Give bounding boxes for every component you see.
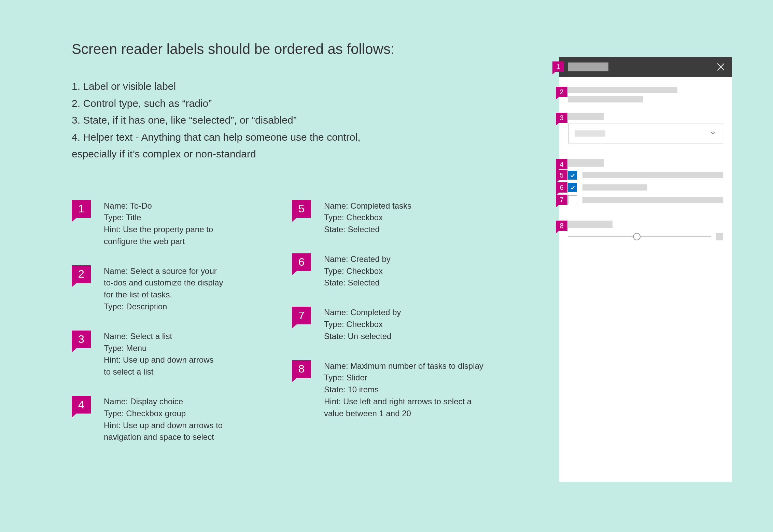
annotation-line: Type: Slider [324,372,483,384]
annotation-item-8: 8 Name: Maximum number of tasks to displ… [292,360,498,420]
marker-6: 6 [556,182,567,193]
annotation-line: State: Selected [324,277,391,289]
annotation-line: Type: Title [104,212,213,224]
callout-badge: 4 [72,396,91,414]
mock-dropdown-value [575,130,605,137]
mock-slider-track [568,236,711,237]
mock-checkbox-label [582,172,723,178]
callout-badge: 3 [72,331,91,348]
mock-property-pane: 1 2 3 [559,57,732,482]
annotation-line: Name: Maximum number of tasks to display [324,360,483,372]
mock-panel-header: 1 [559,57,732,77]
close-icon[interactable] [716,62,726,72]
guideline-item: especially if it’s complex or non-standa… [72,145,413,163]
annotation-line: Name: Select a source for your [104,265,223,277]
marker-5: 5 [556,170,567,180]
mock-checkbox[interactable] [568,183,577,192]
mock-dropdown[interactable] [568,124,723,143]
annotation-line: Hint: Use the property pane to [104,224,213,236]
annotation-line: State: 10 items [324,384,483,396]
marker-8: 8 [556,221,567,231]
mock-slider-value-box [716,233,723,240]
chevron-down-icon [709,129,717,138]
guideline-item: 4. Helper text - Anything that can help … [72,129,413,146]
guideline-item: 3. State, if it has one, like “selected”… [72,112,413,129]
mock-checkbox-label [582,184,647,191]
annotation-item-3: 3 Name: Select a list Type: Menu Hint: U… [72,331,278,378]
marker-7: 7 [556,195,567,205]
mock-field-label [568,113,604,120]
mock-checkbox[interactable] [568,195,577,204]
marker-2: 2 [556,87,567,97]
mock-field-label [568,221,613,228]
annotation-line: Type: Checkbox [324,212,411,224]
annotation-item-7: 7 Name: Completed by Type: Checkbox Stat… [292,307,498,342]
annotation-line: Hint: Use up and down arrows [104,354,214,366]
mock-description-line [568,96,643,102]
annotation-line: Type: Description [104,301,223,313]
annotation-item-6: 6 Name: Created by Type: Checkbox State:… [292,253,498,289]
annotation-line: Type: Checkbox group [104,408,223,420]
annotation-line: Name: Completed by [324,307,401,319]
annotation-line: Name: Completed tasks [324,200,411,212]
mock-description-line [568,87,677,93]
annotation-line: for the list of tasks. [104,289,223,301]
annotation-line: Name: Display choice [104,396,223,408]
annotation-line: navigation and space to select [104,431,223,443]
annotation-line: Name: Created by [324,253,391,265]
annotation-line: Type: Menu [104,342,214,354]
annotation-line: Name: Select a list [104,331,214,342]
callout-badge: 1 [72,200,91,218]
guideline-item: 2. Control type, such as “radio” [72,95,413,112]
annotation-line: Type: Checkbox [324,265,391,277]
callout-badge: 2 [72,265,91,283]
annotation-line: value between 1 and 20 [324,408,483,420]
annotation-line: Hint: Use up and down arrows to [104,420,223,432]
annotation-line: State: Un-selected [324,331,401,342]
annotation-item-1: 1 Name: To-Do Type: Title Hint: Use the … [72,200,278,248]
annotation-item-5: 5 Name: Completed tasks Type: Checkbox S… [292,200,498,236]
mock-checkbox[interactable] [568,171,577,180]
mock-field-label [568,159,604,167]
annotation-line: Type: Checkbox [324,319,401,331]
annotation-line: to select a list [104,366,214,378]
page-title: Screen reader labels should be ordered a… [72,41,498,57]
mock-slider[interactable] [568,233,723,240]
callout-badge: 5 [292,200,311,218]
marker-1: 1 [552,61,564,72]
annotation-line: Hint: Use left and right arrows to selec… [324,396,483,408]
annotation-item-4: 4 Name: Display choice Type: Checkbox gr… [72,396,278,443]
annotation-line: configure the web part [104,236,213,248]
callout-badge: 6 [292,253,311,271]
annotation-line: to-dos and customize the display [104,277,223,289]
callout-badge: 7 [292,307,311,324]
mock-checkbox-label [582,197,723,203]
callout-badge: 8 [292,360,311,378]
mock-title-placeholder [568,62,608,71]
annotation-item-2: 2 Name: Select a source for your to-dos … [72,265,278,313]
marker-4: 4 [556,159,567,169]
marker-3: 3 [556,113,567,123]
annotation-line: State: Selected [324,224,411,236]
mock-slider-thumb[interactable] [633,233,641,240]
guideline-list: 1. Label or visible label 2. Control typ… [72,78,413,163]
annotation-line: Name: To-Do [104,200,213,212]
guideline-item: 1. Label or visible label [72,78,413,95]
